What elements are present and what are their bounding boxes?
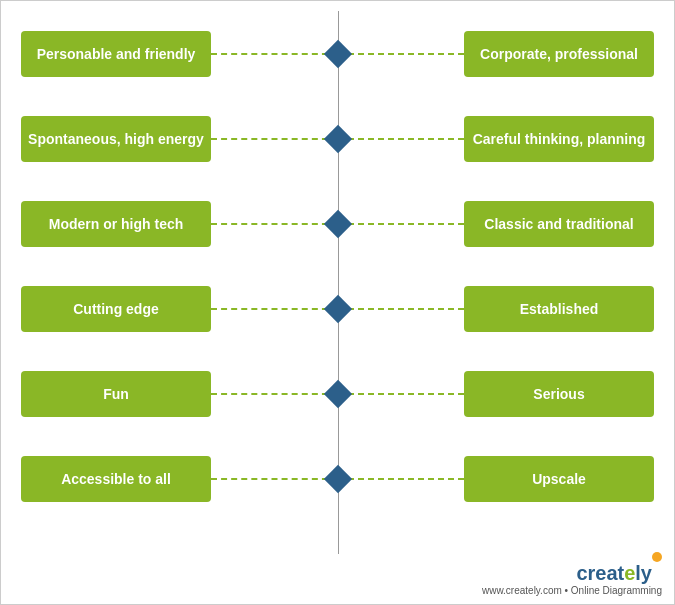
diamond-4 xyxy=(328,384,348,404)
right-dashed-3 xyxy=(338,308,465,310)
footer-tagline: www.creately.com • Online Diagramming xyxy=(482,585,662,596)
left-dashed-4 xyxy=(211,393,338,395)
logo-dot xyxy=(652,552,662,562)
left-dashed-2 xyxy=(211,223,338,225)
right-label-1: Careful thinking, planning xyxy=(464,116,654,162)
right-dashed-4 xyxy=(338,393,465,395)
right-dashed-0 xyxy=(338,53,465,55)
left-label-1: Spontaneous, high energy xyxy=(21,116,211,162)
diamond-0 xyxy=(328,44,348,64)
right-dashed-5 xyxy=(338,478,465,480)
right-dashed-1 xyxy=(338,138,465,140)
left-label-2: Modern or high tech xyxy=(21,201,211,247)
diagram-container: creately www.creately.com • Online Diagr… xyxy=(0,0,675,605)
brand-logo: creately xyxy=(576,562,652,585)
left-dashed-5 xyxy=(211,478,338,480)
diamond-2 xyxy=(328,214,348,234)
left-dashed-3 xyxy=(211,308,338,310)
left-label-3: Cutting edge xyxy=(21,286,211,332)
diamond-1 xyxy=(328,129,348,149)
diamond-5 xyxy=(328,469,348,489)
right-dashed-2 xyxy=(338,223,465,225)
right-label-0: Corporate, professional xyxy=(464,31,654,77)
left-label-5: Accessible to all xyxy=(21,456,211,502)
left-dashed-0 xyxy=(211,53,338,55)
right-label-2: Classic and traditional xyxy=(464,201,654,247)
left-label-0: Personable and friendly xyxy=(21,31,211,77)
diamond-3 xyxy=(328,299,348,319)
left-dashed-1 xyxy=(211,138,338,140)
right-label-4: Serious xyxy=(464,371,654,417)
right-label-5: Upscale xyxy=(464,456,654,502)
left-label-4: Fun xyxy=(21,371,211,417)
footer: creately www.creately.com • Online Diagr… xyxy=(482,562,662,596)
right-label-3: Established xyxy=(464,286,654,332)
